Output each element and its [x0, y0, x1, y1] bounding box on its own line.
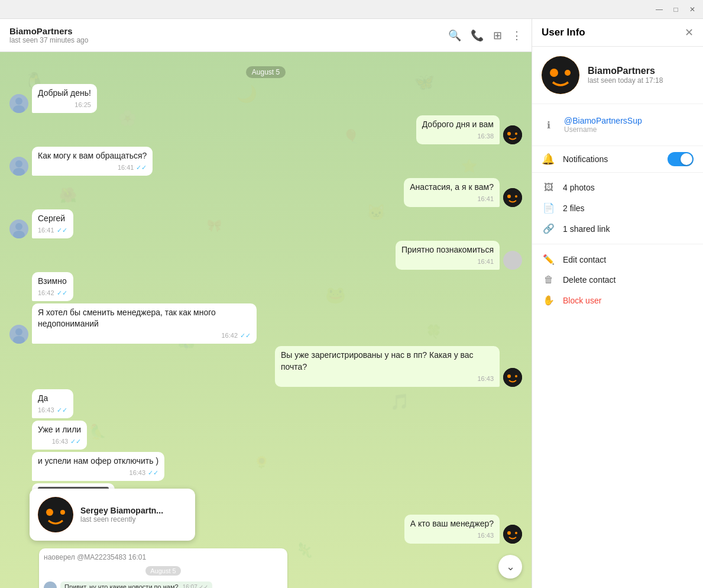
- photos-row[interactable]: 🖼 4 photos: [542, 177, 694, 198]
- user-info-panel: User Info ✕ BiamoPartners last seen toda…: [532, 19, 703, 588]
- username-content: @BiamoPartnersSup Username: [564, 116, 642, 134]
- profile-info: BiamoPartners last seen today at 17:18: [588, 66, 663, 85]
- message-row: Уже и лили 16:43 ✓✓: [9, 421, 522, 450]
- message-time: 16:25: [74, 101, 91, 109]
- message-text: Взимно: [38, 276, 67, 286]
- phone-icon[interactable]: 📞: [471, 29, 484, 42]
- contact-status: last seen recently: [80, 515, 163, 524]
- message-text: Уже и лили: [38, 425, 81, 434]
- message-time: 16:43: [477, 531, 494, 540]
- files-row[interactable]: 📄 2 files: [542, 198, 694, 218]
- svg-point-22: [515, 133, 517, 135]
- notifications-toggle[interactable]: [668, 152, 694, 166]
- svg-point-43: [565, 70, 571, 76]
- notifications-row: 🔔 Notifications: [532, 146, 703, 173]
- message-bubble: Я хотел бы сменить менеджера, так как мн…: [32, 303, 257, 344]
- svg-point-23: [15, 160, 22, 167]
- minimize-button[interactable]: —: [653, 4, 665, 15]
- message-bubble: Доброго дня и вам 16:38: [416, 115, 500, 144]
- svg-point-25: [503, 188, 522, 207]
- avatar-placeholder: [503, 251, 522, 270]
- message-bubble: и успели нам офер отключить ) 16:43 ✓✓: [32, 452, 164, 481]
- svg-point-38: [38, 497, 73, 532]
- columns-icon[interactable]: ⊞: [493, 29, 502, 42]
- maximize-button[interactable]: □: [670, 4, 682, 15]
- actions-section: ✏️ Edit contact 🗑 Delete contact ✋ Block…: [532, 244, 703, 315]
- avatar: [9, 157, 28, 176]
- message-time: 16:41: [118, 163, 134, 172]
- message-time: 16:41: [477, 257, 494, 266]
- read-icon: ✓✓: [57, 289, 67, 298]
- files-icon: 📄: [542, 202, 556, 214]
- svg-point-33: [507, 374, 511, 378]
- message-row: Да 16:43 ✓✓: [9, 389, 522, 418]
- contact-name: Sergey Biamopartn...: [80, 506, 163, 515]
- svg-point-31: [13, 336, 25, 344]
- fw-bubble: Привит, ну что какие новости по нам? 16:…: [60, 581, 212, 588]
- media-section: 🖼 4 photos 📄 2 files 🔗 1 shared link: [532, 173, 703, 244]
- message-bubble: Взимно 16:42 ✓✓: [32, 272, 73, 301]
- svg-point-29: [13, 231, 25, 238]
- scroll-bottom-button[interactable]: ⌄: [498, 555, 522, 579]
- profile-status: last seen today at 17:18: [588, 76, 663, 85]
- chat-header: BiamoPartners last seen 37 minutes ago 🔍…: [0, 19, 532, 52]
- chat-title-block: BiamoPartners last seen 37 minutes ago: [9, 26, 441, 44]
- search-icon[interactable]: 🔍: [448, 29, 461, 42]
- delete-contact-label: Delete contact: [563, 275, 616, 285]
- username-row: ℹ @BiamoPartnersSup Username: [542, 111, 694, 138]
- avatar: [9, 94, 28, 113]
- photos-label: 4 photos: [563, 183, 595, 192]
- message-row: Добрый день! 16:25: [9, 84, 522, 113]
- chat-messages[interactable]: 🐧 🌸 🌙 🎈 🦋 🌺 🎀 🐱 ⭐ 🌿 🦚 🐸 🍀 🦜 🌻 🎵: [0, 52, 532, 588]
- close-info-button[interactable]: ✕: [685, 26, 694, 39]
- header-icons: 🔍 📞 ⊞ ⋮: [448, 29, 522, 42]
- read-icon: ✓✓: [70, 437, 81, 446]
- svg-point-41: [542, 56, 579, 94]
- avatar: [9, 325, 28, 344]
- username-value: @BiamoPartnersSup: [564, 116, 642, 125]
- avatar: [503, 525, 522, 544]
- forwarded-preview: наоверел @MA22235483 16:01 August 5 Прив…: [39, 548, 287, 588]
- svg-point-26: [507, 195, 511, 198]
- message-time: 16:42: [221, 331, 238, 340]
- message-row: и успели нам офер отключить ) 16:43 ✓✓: [9, 452, 522, 481]
- message-time: 16:41: [38, 226, 54, 235]
- more-icon[interactable]: ⋮: [511, 29, 522, 42]
- svg-point-35: [503, 525, 522, 544]
- info-panel-title: User Info: [542, 27, 678, 38]
- message-time: 16:43: [52, 437, 69, 446]
- date-divider: August 5: [9, 66, 522, 77]
- message-text: Сергей: [38, 214, 65, 223]
- avatar: [9, 219, 28, 238]
- message-text: Добрый день!: [38, 88, 91, 98]
- read-icon: ✓✓: [57, 406, 67, 415]
- fw-avatar: [44, 581, 57, 588]
- forwarded-message-block: наоверел @MA22235483 16:01 August 5 Прив…: [39, 548, 522, 588]
- avatar: [503, 125, 522, 144]
- delete-contact-row[interactable]: 🗑 Delete contact: [542, 270, 694, 290]
- edit-contact-row[interactable]: ✏️ Edit contact: [542, 249, 694, 270]
- message-bubble: Да 16:43 ✓✓: [32, 389, 73, 418]
- message-time: 16:43: [477, 374, 494, 383]
- notifications-label: Notifications: [563, 154, 668, 164]
- message-bubble: А кто ваш менеджер? 16:43: [404, 515, 500, 544]
- message-bubble: Сергей 16:41 ✓✓: [32, 209, 73, 238]
- close-button[interactable]: ✕: [686, 4, 698, 15]
- contact-card: Sergey Biamopartn... last seen recently: [30, 489, 195, 541]
- svg-point-32: [503, 368, 522, 387]
- contact-info: Sergey Biamopartn... last seen recently: [80, 506, 163, 524]
- link-icon: 🔗: [542, 223, 556, 234]
- svg-point-27: [515, 195, 517, 198]
- user-profile: BiamoPartners last seen today at 17:18: [532, 47, 703, 104]
- message-text: Да: [38, 393, 48, 403]
- message-text: А кто ваш менеджер?: [410, 519, 494, 528]
- message-row: Доброго дня и вам 16:38: [9, 115, 522, 144]
- titlebar: — □ ✕: [0, 0, 703, 19]
- profile-name: BiamoPartners: [588, 66, 663, 76]
- fw-row: Привит, ну что какие новости по нам? 16:…: [44, 581, 283, 588]
- shared-link-row[interactable]: 🔗 1 shared link: [542, 218, 694, 239]
- svg-point-36: [507, 531, 511, 535]
- read-icon: ✓✓: [240, 331, 251, 340]
- info-header: User Info ✕: [532, 19, 703, 47]
- block-user-row[interactable]: ✋ Block user: [542, 290, 694, 311]
